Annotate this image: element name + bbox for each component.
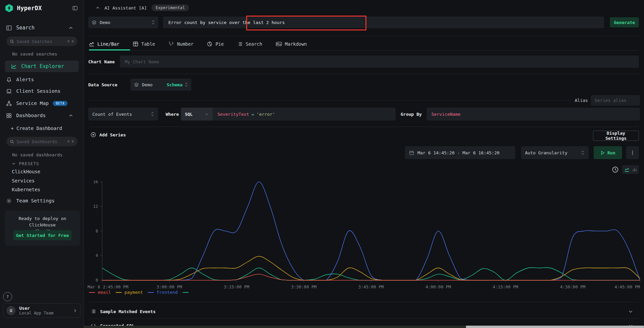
sidebar-item-team-settings[interactable]: Team Settings: [0, 196, 84, 205]
sample-events-panel-header[interactable]: Sample Matched Events: [91, 305, 639, 318]
bell-icon: [6, 77, 12, 83]
add-series-button[interactable]: Add Series: [91, 132, 126, 137]
clock-icon[interactable]: [612, 166, 619, 173]
collapse-sidebar-icon[interactable]: [72, 5, 78, 11]
alias-input[interactable]: Series alias: [591, 95, 640, 106]
preset-label: Services: [12, 178, 34, 183]
sidebar-item-search[interactable]: Search: [0, 24, 84, 32]
schema-link[interactable]: Schema: [167, 82, 183, 87]
brand-row: HyperDX: [0, 3, 84, 13]
plus-circle-icon: [91, 132, 96, 137]
no-saved-searches-row: No saved searches: [0, 51, 84, 57]
tab-markdown[interactable]: Markdown: [276, 41, 307, 47]
where-input[interactable]: SeverityText = 'error': [213, 108, 396, 121]
sidebar-item-service-map[interactable]: Service Map BETA: [0, 99, 84, 108]
saved-dashboards-input[interactable]: Saved Dashboards ⌘ K: [6, 137, 77, 146]
sidebar-item-alerts[interactable]: Alerts: [0, 75, 84, 84]
tab-label: Table: [141, 41, 155, 47]
generate-button[interactable]: Generate: [610, 17, 639, 27]
select-chevrons-icon: [581, 150, 585, 155]
legend-item[interactable]: [183, 292, 191, 293]
cloud-card-line1: Ready to deploy on ClickHouse: [19, 216, 66, 227]
sidebar-item-label: Search: [16, 25, 34, 31]
time-range-picker[interactable]: Mar 6 14:45:20 - Mar 6 16:45:20: [405, 146, 515, 159]
ai-assistant-header[interactable]: AI Assistant [A] Experimental: [96, 4, 189, 12]
layers-icon: [134, 82, 139, 87]
ai-source-select[interactable]: Demo: [88, 17, 158, 28]
chevron-down-icon: [205, 112, 209, 116]
aggregation-select[interactable]: Count of Events: [88, 108, 158, 121]
aggregation-value: Count of Events: [92, 112, 151, 117]
tab-search[interactable]: Search: [237, 41, 262, 47]
chart-mini-toolbar: [612, 165, 639, 174]
tab-pie[interactable]: Pie: [207, 41, 223, 47]
sidebar-item-client-sessions[interactable]: Client Sessions: [0, 87, 84, 95]
legend-dash-icon: [116, 292, 122, 293]
chevron-up-icon[interactable]: [96, 6, 100, 10]
more-options-button[interactable]: [626, 146, 639, 159]
select-chevrons-icon: [151, 112, 154, 116]
list-icon: [91, 309, 96, 314]
calendar-icon: [409, 150, 414, 155]
scrollbar-thumb[interactable]: [466, 326, 644, 328]
saved-searches-placeholder: Saved Searches: [17, 39, 67, 44]
service-map-icon: [6, 101, 12, 106]
no-saved-dashboards-row: No saved dashboards: [0, 152, 84, 158]
chart-name-placeholder: My Chart Name: [125, 59, 159, 64]
tab-label: Number: [177, 41, 194, 47]
sidebar-item-dashboards[interactable]: Dashboards: [0, 111, 84, 120]
tab-label: Pie: [215, 41, 223, 47]
time-range-value: Mar 6 14:45:20 - Mar 6 16:45:20: [418, 150, 500, 155]
preset-label: ClickHouse: [12, 169, 40, 174]
language-select[interactable]: SQL: [181, 108, 213, 121]
get-started-button[interactable]: Get Started for Free: [13, 230, 72, 240]
chevron-up-icon[interactable]: [69, 113, 73, 118]
ai-query-text: Error count by service over the last 2 h…: [168, 20, 285, 25]
tab-line-bar[interactable]: Line/Bar: [89, 41, 119, 47]
legend-item[interactable]: email: [89, 290, 111, 295]
horizontal-scrollbar[interactable]: [84, 326, 644, 328]
tab-table[interactable]: Table: [133, 41, 155, 47]
search-icon: [10, 139, 14, 144]
chevron-up-icon[interactable]: [69, 26, 73, 30]
timeseries-chart[interactable]: 0481216Mar 6 2:45:00 PM3:00:00 PM3:15:00…: [86, 180, 642, 292]
tab-number[interactable]: 123 Number: [169, 41, 194, 47]
sidebar-item-chart-explorer[interactable]: Chart Explorer: [5, 61, 79, 72]
divider: [89, 36, 639, 36]
group-by-input[interactable]: ServiceName: [427, 108, 640, 121]
preset-item-clickhouse[interactable]: ClickHouse: [0, 168, 84, 175]
sidebar-item-label: Dashboards: [16, 113, 46, 118]
help-icon: ?: [6, 294, 9, 299]
sidebar-item-label: Service Map: [16, 101, 49, 106]
group-by-value: ServiceName: [431, 112, 460, 117]
divider: [89, 302, 639, 302]
clickhouse-cloud-card: Ready to deploy on ClickHouse Cloud? Get…: [5, 211, 80, 246]
help-button[interactable]: ?: [3, 292, 12, 301]
chart-name-input[interactable]: My Chart Name: [120, 56, 639, 68]
divider: [89, 319, 639, 319]
data-source-select[interactable]: Demo Schema: [130, 79, 191, 91]
ai-query-input[interactable]: Error count by service over the last 2 h…: [163, 17, 604, 28]
ai-assistant-label: AI Assistant [A]: [104, 5, 147, 10]
saved-searches-input[interactable]: Saved Searches ⌘ K: [6, 37, 77, 46]
language-value: SQL: [185, 112, 205, 117]
create-dashboard-label: + Create Dashboard: [11, 126, 62, 131]
line-view-icon[interactable]: [624, 167, 629, 172]
presets-header[interactable]: PRESETS: [0, 160, 84, 167]
divider: [89, 100, 571, 101]
legend-label: frontend: [157, 290, 178, 295]
granularity-select[interactable]: Auto Granularity: [521, 146, 589, 159]
gear-icon: [6, 198, 12, 204]
create-dashboard-button[interactable]: + Create Dashboard: [0, 125, 84, 132]
ai-source-value: Demo: [100, 20, 151, 25]
user-menu[interactable]: U User Local App Team: [3, 303, 81, 318]
run-button[interactable]: Run: [594, 146, 622, 159]
bar-view-icon[interactable]: [632, 167, 637, 172]
legend-item[interactable]: payment: [116, 290, 143, 295]
preset-item-kubernetes[interactable]: Kubernetes: [0, 186, 84, 193]
svg-text:16: 16: [93, 180, 98, 184]
preset-item-services[interactable]: Services: [0, 177, 84, 184]
legend-item[interactable]: frontend: [148, 290, 178, 295]
display-settings-button[interactable]: Display Settings: [593, 131, 639, 141]
active-tab-underline: [89, 49, 130, 50]
